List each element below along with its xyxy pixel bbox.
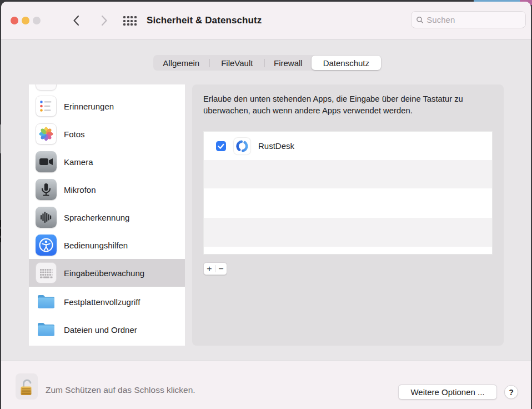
- more-options-button[interactable]: Weitere Optionen ...: [398, 385, 497, 400]
- unlocked-padlock-icon: [18, 377, 35, 397]
- search-input[interactable]: [426, 15, 521, 24]
- lock-hint-text: Zum Schützen auf das Schloss klicken.: [46, 385, 195, 395]
- sidebar-item-festplattenvollzugriff[interactable]: Festplattenvollzugriff: [29, 288, 185, 316]
- tab-filevault[interactable]: FileVault: [210, 55, 265, 71]
- rustdesk-icon: [234, 138, 250, 154]
- sidebar-item-spracherkennung[interactable]: Spracherkennung: [29, 203, 185, 231]
- sidebar-item-dateien-und-ordner[interactable]: Dateien und Ordner: [29, 316, 185, 343]
- titlebar: Sicherheit & Datenschutz: [1, 2, 531, 39]
- show-all-grid-icon[interactable]: [123, 16, 137, 26]
- sidebar-item-label: Mikrofon: [64, 185, 96, 194]
- microphone-icon: [36, 179, 57, 200]
- lock-button[interactable]: [16, 373, 38, 400]
- tab-bar: Allgemein FileVault Firewall Datenschutz: [153, 55, 381, 71]
- zoom-icon: [33, 17, 41, 24]
- sidebar-item-mikrofon[interactable]: Mikrofon: [29, 176, 185, 203]
- folder-icon: [36, 291, 57, 312]
- checkmark-icon: [216, 141, 226, 151]
- remove-app-button[interactable]: −: [215, 262, 227, 275]
- list-controls: + −: [203, 262, 227, 275]
- tab-allgemein[interactable]: Allgemein: [153, 55, 209, 71]
- speech-recognition-icon: [36, 207, 57, 228]
- photos-icon: [36, 123, 57, 144]
- folder-icon: [36, 319, 57, 340]
- privacy-sidebar: Erinnerungen Fotos: [29, 84, 185, 346]
- sidebar-item-label: Spracherkennung: [64, 213, 129, 222]
- sidebar-item-eingabeueberwachung[interactable]: Eingabeüberwachung: [29, 259, 185, 287]
- page-title: Sicherheit & Datenschutz: [147, 15, 262, 26]
- sidebar-item-fotos[interactable]: Fotos: [29, 120, 185, 148]
- minimize-icon[interactable]: [22, 17, 29, 24]
- privacy-panel: Erlaube den unten stehenden Apps, die Ei…: [192, 84, 504, 346]
- app-name: RustDesk: [258, 141, 294, 151]
- help-button[interactable]: ?: [504, 385, 518, 399]
- tab-datenschutz[interactable]: Datenschutz: [312, 56, 381, 70]
- forward-icon: [97, 14, 110, 27]
- sidebar-item-label: Festplattenvollzugriff: [64, 297, 140, 307]
- panel-description: Erlaube den unten stehenden Apps, die Ei…: [203, 93, 499, 117]
- list-row-empty: [204, 160, 492, 188]
- back-icon[interactable]: [71, 14, 84, 27]
- camera-icon: [36, 151, 57, 172]
- clipped-list-icon: [36, 84, 57, 91]
- app-list: RustDesk: [203, 131, 493, 255]
- security-privacy-window: Sicherheit & Datenschutz Allgemein FileV…: [1, 2, 531, 409]
- search-field[interactable]: [411, 11, 526, 28]
- sidebar-item-label: Kamera: [64, 157, 93, 167]
- sidebar-item-label: Bedienungshilfen: [64, 241, 128, 250]
- sidebar-item-erinnerungen[interactable]: Erinnerungen: [29, 92, 185, 120]
- sidebar-item-label: Fotos: [64, 129, 85, 139]
- footer-bar: Zum Schützen auf das Schloss klicken. We…: [1, 361, 531, 409]
- list-row-empty: [204, 218, 492, 247]
- keyboard-icon: [36, 262, 57, 283]
- app-row-rustdesk[interactable]: RustDesk: [204, 132, 492, 160]
- sidebar-item-bedienungshilfen[interactable]: Bedienungshilfen: [29, 231, 185, 259]
- sidebar-item-label: Dateien und Ordner: [64, 325, 137, 335]
- search-icon: [416, 16, 424, 24]
- sidebar-item-label: Erinnerungen: [64, 102, 114, 111]
- add-app-button[interactable]: +: [204, 262, 215, 275]
- rustdesk-checkbox[interactable]: [216, 141, 226, 151]
- sidebar-item-label: Eingabeüberwachung: [64, 268, 144, 278]
- reminders-icon: [36, 96, 57, 117]
- tab-firewall[interactable]: Firewall: [265, 55, 312, 71]
- close-icon[interactable]: [11, 17, 18, 24]
- accessibility-icon: [36, 235, 57, 256]
- sidebar-item-kamera[interactable]: Kamera: [29, 148, 185, 176]
